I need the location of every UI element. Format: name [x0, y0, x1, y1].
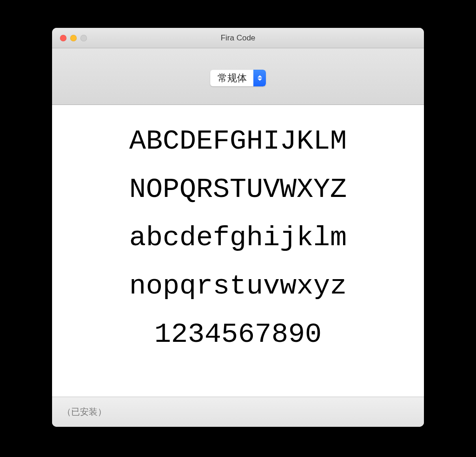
titlebar[interactable]: Fira Code: [52, 28, 424, 48]
preview-line: abcdefghijklm: [61, 224, 415, 252]
font-preview-area: ABCDEFGHIJKLM NOPQRSTUVWXYZ abcdefghijkl…: [52, 105, 424, 397]
toolbar: 常规体: [52, 48, 424, 105]
chevron-down-icon: [258, 78, 262, 81]
statusbar: （已安装）: [52, 397, 424, 427]
install-status-text: （已安装）: [62, 406, 106, 418]
font-style-select-label: 常规体: [210, 70, 253, 86]
font-style-select[interactable]: 常规体: [210, 70, 266, 86]
preview-line: NOPQRSTUVWXYZ: [61, 176, 415, 203]
minimize-button[interactable]: [70, 35, 77, 41]
chevron-up-icon: [258, 75, 262, 78]
window-title: Fira Code: [52, 33, 424, 43]
close-button[interactable]: [60, 35, 66, 41]
preview-line: 1234567890: [61, 320, 415, 348]
preview-line: nopqrstuvwxyz: [61, 272, 415, 300]
maximize-button[interactable]: [80, 35, 87, 41]
select-stepper-icon[interactable]: [253, 70, 266, 86]
traffic-lights: [52, 35, 87, 41]
font-preview-window: Fira Code 常规体 ABCDEFGHIJKLM NOPQRSTUVWXY…: [52, 28, 424, 427]
preview-line: ABCDEFGHIJKLM: [61, 127, 415, 155]
